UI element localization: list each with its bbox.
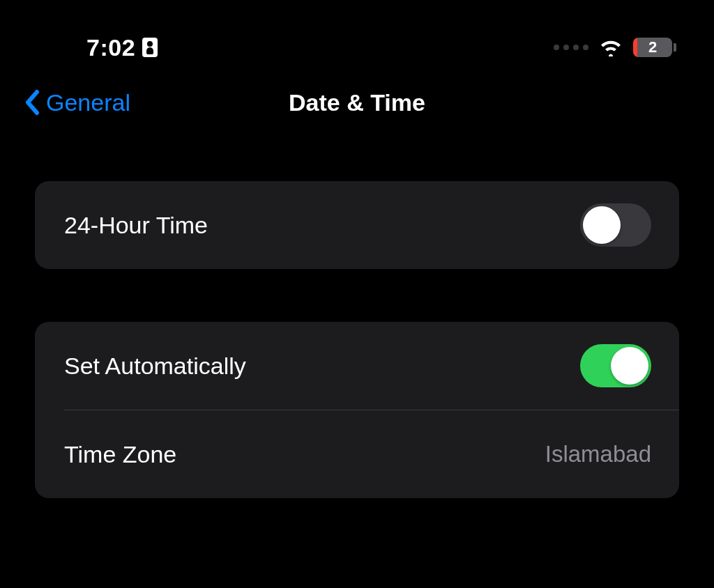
time-zone-value: Islamabad	[545, 441, 651, 467]
status-right: 2	[554, 38, 676, 57]
row-label: 24-Hour Time	[64, 212, 208, 239]
wifi-icon	[598, 38, 623, 56]
auto-time-group: Set Automatically Time Zone Islamabad	[35, 322, 679, 498]
toggle-knob	[583, 206, 621, 244]
row-label: Set Automatically	[64, 353, 246, 380]
status-time: 7:02	[86, 34, 135, 61]
time-format-group: 24-Hour Time	[35, 181, 679, 269]
row-set-automatically[interactable]: Set Automatically	[35, 322, 679, 410]
row-label: Time Zone	[64, 441, 176, 468]
back-label: General	[46, 89, 130, 116]
battery-icon: 2	[633, 38, 676, 57]
status-bar: 7:02 2	[0, 0, 714, 64]
settings-content: 24-Hour Time Set Automatically Time Zone…	[0, 181, 714, 498]
cellular-dots-icon	[554, 45, 588, 50]
battery-percent: 2	[648, 38, 657, 56]
page-title: Date & Time	[289, 89, 425, 116]
person-badge-icon	[142, 38, 158, 57]
row-time-zone[interactable]: Time Zone Islamabad	[35, 410, 679, 498]
chevron-left-icon	[24, 89, 40, 116]
toggle-24-hour-time[interactable]	[580, 203, 651, 247]
back-button[interactable]: General	[24, 89, 130, 116]
toggle-set-automatically[interactable]	[580, 344, 651, 387]
toggle-knob	[611, 347, 648, 385]
row-24-hour-time[interactable]: 24-Hour Time	[35, 181, 679, 269]
nav-header: General Date & Time	[0, 64, 714, 141]
status-left: 7:02	[86, 34, 158, 61]
